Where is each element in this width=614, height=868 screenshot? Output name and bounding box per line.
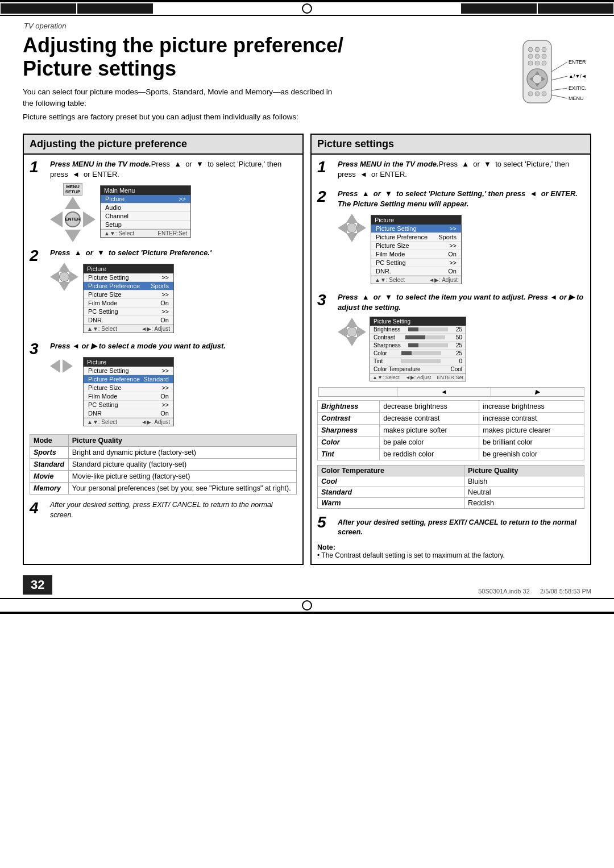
mode-quality-table: Mode Picture Quality Sports Bright and d…	[30, 434, 297, 495]
step3-menu-title: Picture	[84, 358, 173, 367]
pset-sharpness: Sharpness 25	[370, 342, 466, 350]
bottom-bar	[0, 598, 614, 614]
footer-date: 2/5/08 5:58:53 PM	[540, 588, 591, 595]
step2-inner: Picture Picture Setting>> Picture Prefer…	[50, 261, 297, 335]
svg-point-1	[528, 47, 533, 52]
step3-row-2: Picture Size>>	[84, 384, 173, 392]
r-ds-down	[346, 233, 358, 242]
adj-row-tint: Tint be reddish color be greenish color	[318, 448, 584, 460]
colortemp-row-cool: Cool Bluish	[318, 476, 584, 487]
right-step-5: 5 After your desired setting, press EXIT…	[317, 514, 584, 538]
pset-title: Picture Setting	[370, 317, 466, 326]
right-step3-text: Press ▲ or ▼ to select the item you want…	[338, 292, 584, 313]
pset-tint: Tint 0	[370, 358, 466, 366]
right-step1-text: Press MENU in the TV mode.Press ▲ or ▼ t…	[338, 159, 584, 180]
adj-sharpness-increase: makes picture clearer	[479, 424, 584, 436]
step2-row-1: Picture PreferenceSports	[84, 282, 173, 290]
colortemp-header-row: Color Temperature Picture Quality	[318, 465, 584, 476]
adj-row-brightness: Brightness decrease brightness increase …	[318, 400, 584, 412]
svg-line-19	[551, 62, 567, 72]
right-arrow	[63, 359, 73, 373]
svg-point-5	[535, 54, 540, 59]
colortemp-cool: Cool	[318, 476, 464, 487]
bar-seg-2	[77, 3, 153, 14]
step3-inner: Picture Picture Setting>> Picture Prefer…	[50, 355, 297, 429]
right-step-1: 1 Press MENU in the TV mode.Press ▲ or ▼…	[317, 159, 584, 183]
top-bar	[0, 0, 614, 16]
mode-standard: Standard	[30, 459, 69, 471]
svg-point-16	[528, 92, 533, 96]
dpad-up-arrow	[65, 197, 81, 209]
r-ds-left	[338, 222, 347, 234]
quality-movie: Movie-like picture setting (factory-set)	[68, 471, 296, 483]
svg-point-11	[533, 74, 542, 84]
adj-contrast-decrease: decrease contrast	[380, 412, 479, 424]
svg-point-18	[542, 92, 546, 96]
adj-color-label: Color	[318, 436, 380, 448]
adj-brightness-decrease: decrease brightness	[380, 400, 479, 412]
svg-text:ENTER: ENTER	[569, 59, 586, 65]
step3-menu-footer: ▲▼: Select◄▶: Adjust	[84, 418, 173, 426]
adj-tint-increase: be greenish color	[479, 448, 584, 460]
step2-picture-menu: Picture Picture Setting>> Picture Prefer…	[83, 264, 174, 333]
svg-point-8	[535, 61, 540, 65]
table-header-mode: Mode	[30, 435, 69, 447]
svg-text:▲/▼/◄/▶: ▲/▼/◄/▶	[569, 73, 586, 79]
step2-nav-area	[50, 261, 78, 291]
menu-setup-label: MENUSETUP	[63, 183, 83, 196]
colortemp-row-standard: Standard Neutral	[318, 487, 584, 497]
bar-seg-7	[461, 3, 537, 14]
title-line2: Picture settings	[23, 57, 478, 80]
color-fill	[401, 351, 412, 355]
r-ds-right	[357, 222, 366, 234]
adj-row-contrast: Contrast decrease contrast increase cont…	[318, 412, 584, 424]
title-line1: Adjusting the picture preference/	[23, 34, 478, 57]
right-step2-row-2: Picture Size>>	[371, 242, 461, 250]
left-step2-content: Press ▲ or ▼ to select 'Picture Preferen…	[50, 248, 297, 335]
bar-seg-4	[231, 3, 306, 14]
right-step1-num: 1	[317, 159, 334, 175]
note-text: The Contrast default setting is set to m…	[321, 551, 505, 559]
step3-picture-menu: Picture Picture Setting>> Picture Prefer…	[83, 357, 174, 426]
right-step-2: 2 Press ▲ or ▼ to select 'Picture Settin…	[317, 189, 584, 286]
dpad-enter-btn: ENTER	[65, 211, 81, 227]
right-step2-num: 2	[317, 189, 334, 205]
r3-ds-up	[346, 318, 358, 327]
bar-seg-8	[538, 3, 613, 14]
main-columns: Adjusting the picture preference 1 Press…	[23, 134, 591, 565]
adj-brightness-label: Brightness	[318, 400, 380, 412]
left-step-4: 4 After your desired setting, press EXIT…	[30, 500, 297, 520]
sharpness-fill	[408, 343, 418, 347]
adj-col-item	[319, 388, 397, 396]
ds-down	[59, 282, 70, 291]
step3-row-0: Picture Setting>>	[84, 367, 173, 375]
colortemp-col1: Color Temperature	[318, 465, 464, 476]
main-title: Adjusting the picture preference/ Pictur…	[23, 34, 478, 81]
note-area: Note: • The Contrast default setting is …	[317, 543, 584, 559]
adj-row-color: Color be pale color be brilliant color	[318, 436, 584, 448]
remote-illustration: ENTER ▲/▼/◄/▶ EXIT/CANCEL MENU	[478, 39, 586, 113]
right-col-header: Picture settings	[312, 135, 590, 155]
step1-inner: MENUSETUP ENTER	[50, 183, 297, 242]
left-arrow	[50, 359, 60, 373]
adjustment-table: Brightness decrease brightness increase …	[317, 400, 584, 460]
right-step2-row-0: Picture Setting>>	[371, 225, 461, 233]
left-step2-text: Press ▲ or ▼ to select 'Picture Preferen…	[50, 248, 297, 258]
step3-row-4: PC Setting>>	[84, 401, 173, 409]
note-label-text: Note:	[317, 543, 335, 551]
left-step4-text: After your desired setting, press EXIT/ …	[50, 500, 297, 520]
table-row-standard: Standard Standard picture quality (facto…	[30, 459, 297, 471]
colortemp-standard: Standard	[318, 487, 464, 497]
pset-brightness: Brightness 25	[370, 326, 466, 334]
tv-operation-label: TV operation	[23, 22, 591, 30]
step1-main-menu: Main Menu Picture>> Audio Channel Setup …	[100, 185, 191, 238]
note-label: Note:	[317, 543, 584, 551]
adj-col-headers: ◄ ▶	[318, 387, 584, 397]
svg-point-2	[535, 47, 540, 52]
pset-contrast: Contrast 50	[370, 334, 466, 342]
contrast-fill	[405, 335, 425, 339]
title-remote-row: Adjusting the picture preference/ Pictur…	[23, 34, 591, 126]
bottom-bar-circle	[302, 600, 312, 610]
adj-brightness-increase: increase brightness	[479, 400, 584, 412]
right-step2-text: Press ▲ or ▼ to select 'Picture Setting,…	[338, 189, 584, 209]
